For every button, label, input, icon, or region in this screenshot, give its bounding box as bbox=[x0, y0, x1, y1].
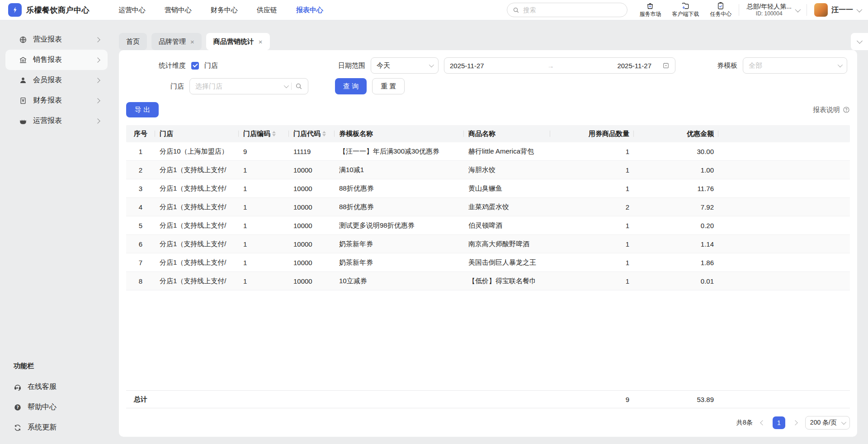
table-cell: 1 bbox=[239, 277, 289, 285]
search-input[interactable] bbox=[523, 6, 622, 14]
task-center[interactable]: 任务中心 bbox=[710, 2, 731, 18]
table-cell: 【汪一一】年后满300减30优惠券 bbox=[335, 147, 464, 156]
table-cell: 1 bbox=[239, 203, 289, 211]
nav-report-center[interactable]: 报表中心 bbox=[296, 6, 323, 14]
chevron-right-icon bbox=[95, 98, 100, 103]
page-size-select[interactable]: 200 条/页 bbox=[805, 416, 850, 430]
table-cell: 2 bbox=[126, 166, 155, 174]
org-switcher[interactable]: 总部/年轻人第... ID: 100004 bbox=[746, 3, 799, 18]
column-header-store-code[interactable]: 门店编码 bbox=[239, 125, 289, 142]
table-cell: 1 bbox=[550, 240, 634, 248]
query-button[interactable]: 查 询 bbox=[335, 78, 367, 94]
date-end-value[interactable]: 2025-11-27 bbox=[617, 62, 651, 70]
table-cell: 1 bbox=[550, 222, 634, 229]
nav-operation-center[interactable]: 运营中心 bbox=[118, 6, 146, 14]
sidebar-item-finance-report[interactable]: 财务报表 bbox=[5, 90, 108, 111]
chevron-down-icon bbox=[429, 62, 434, 67]
close-icon[interactable]: × bbox=[259, 38, 263, 45]
store-search-icon[interactable] bbox=[295, 83, 302, 90]
table-cell: 10000 bbox=[289, 185, 335, 192]
table-row: 8分店1（支持线上支付/11000010立减券【低价】得宝联名餐巾10.01 bbox=[126, 272, 850, 290]
table-cell: 7.92 bbox=[634, 203, 718, 211]
tab-product-marketing-stats[interactable]: 商品营销统计 × bbox=[206, 33, 270, 50]
chevron-down-icon bbox=[838, 62, 843, 67]
table-cell: 5 bbox=[126, 222, 155, 229]
tab-brand-management[interactable]: 品牌管理 × bbox=[151, 33, 202, 50]
tab-list-dropdown[interactable] bbox=[851, 33, 868, 50]
reset-button[interactable]: 重 置 bbox=[372, 78, 405, 94]
store-dimension-checkbox[interactable] bbox=[191, 62, 199, 70]
table-cell: 11119 bbox=[289, 148, 335, 155]
table-toolbar: 导 出 报表说明 bbox=[126, 102, 850, 117]
table-cell: 分店1（支持线上支付/ bbox=[155, 184, 239, 193]
task-center-icon bbox=[717, 2, 725, 10]
page-number-1[interactable]: 1 bbox=[773, 416, 785, 429]
service-market[interactable]: 服务市场 bbox=[639, 2, 661, 18]
page-size-value: 200 条/页 bbox=[810, 419, 837, 427]
sidebar-item-system-update[interactable]: 系统更新 bbox=[0, 417, 113, 438]
chevron-right-icon bbox=[95, 118, 100, 123]
table-cell: 1 bbox=[239, 240, 289, 248]
client-download[interactable]: 客户端下载 bbox=[672, 2, 699, 18]
sidebar-item-online-service[interactable]: 在线客服 bbox=[0, 377, 113, 397]
table-row: 6分店1（支持线上支付/110000奶茶新年券南京高大师酸野啤酒11.14 bbox=[126, 235, 850, 253]
table-cell: 满10减1 bbox=[335, 166, 464, 174]
org-id: ID: 100004 bbox=[756, 10, 783, 17]
question-circle-icon bbox=[843, 106, 850, 113]
coupon-template-select[interactable]: 全部 bbox=[743, 57, 847, 74]
table-cell: 10000 bbox=[289, 259, 335, 266]
sidebar-item-business-report[interactable]: 营业报表 bbox=[5, 29, 108, 50]
column-header-store-id[interactable]: 门店代码 bbox=[289, 125, 335, 142]
sort-icon[interactable] bbox=[272, 131, 276, 136]
table-cell: 【低价】得宝联名餐巾 bbox=[464, 277, 550, 285]
table-cell: 8 bbox=[126, 277, 155, 285]
service-market-label: 服务市场 bbox=[639, 10, 661, 18]
sidebar-item-operation-report[interactable]: 运营报表 bbox=[5, 111, 108, 131]
filter-row-2: 门店 选择门店 查 询 重 置 bbox=[126, 78, 850, 94]
nav-marketing-center[interactable]: 营销中心 bbox=[165, 6, 192, 14]
store-select[interactable]: 选择门店 bbox=[189, 78, 308, 94]
table-cell: 10000 bbox=[289, 166, 335, 174]
table-cell: 海胆水饺 bbox=[464, 166, 550, 174]
table-cell: 1.14 bbox=[634, 240, 718, 248]
date-preset-select[interactable]: 今天 bbox=[371, 57, 439, 74]
user-menu[interactable]: 汪一一 bbox=[814, 3, 861, 17]
pagination: 共8条 1 200 条/页 bbox=[126, 408, 850, 437]
topbar-divider bbox=[807, 4, 807, 16]
table-row: 1分店10（上海加盟店）911119【汪一一】年后满300减30优惠券赫行lit… bbox=[126, 142, 850, 161]
sidebar-item-help-center[interactable]: ? 帮助中心 bbox=[0, 397, 113, 417]
svg-text:?: ? bbox=[16, 405, 19, 410]
nav-finance-center[interactable]: 财务中心 bbox=[211, 6, 238, 14]
next-page-button[interactable] bbox=[790, 417, 801, 428]
store-dimension-option: 门店 bbox=[204, 61, 218, 70]
table-cell: 1 bbox=[550, 148, 634, 155]
table-row: 5分店1（支持线上支付/110000测试更多说明98折优惠券伯灵顿啤酒10.20 bbox=[126, 216, 850, 235]
dimension-label: 统计维度 bbox=[159, 61, 186, 70]
sidebar-item-sales-report[interactable]: 销售报表 bbox=[5, 50, 108, 70]
sidebar-item-member-report[interactable]: 会员报表 bbox=[5, 70, 108, 90]
tab-label: 首页 bbox=[126, 37, 140, 46]
date-start-value[interactable]: 2025-11-27 bbox=[450, 62, 484, 70]
table-cell: 10000 bbox=[289, 222, 335, 229]
close-icon[interactable]: × bbox=[190, 38, 194, 45]
nav-supply-chain[interactable]: 供应链 bbox=[257, 6, 277, 14]
user-name: 汪一一 bbox=[831, 5, 853, 15]
date-range-input[interactable]: 2025-11-27 → 2025-11-27 bbox=[444, 57, 675, 74]
date-preset-value: 今天 bbox=[377, 61, 425, 70]
table-cell: 30.00 bbox=[634, 148, 718, 155]
prev-page-button[interactable] bbox=[757, 417, 768, 428]
global-search[interactable] bbox=[507, 3, 627, 17]
quick-actions: 服务市场 客户端下载 任务中心 bbox=[639, 2, 731, 18]
table-cell: 奶茶新年券 bbox=[335, 258, 464, 267]
report-note[interactable]: 报表说明 bbox=[813, 106, 850, 114]
task-center-label: 任务中心 bbox=[710, 10, 731, 18]
chevron-down-icon bbox=[841, 419, 846, 424]
tab-home[interactable]: 首页 bbox=[119, 33, 147, 50]
client-download-label: 客户端下载 bbox=[672, 10, 699, 18]
table-cell: 1 bbox=[550, 185, 634, 192]
export-button[interactable]: 导 出 bbox=[126, 102, 159, 117]
table-cell: 9 bbox=[239, 148, 289, 155]
sort-icon[interactable] bbox=[322, 131, 326, 136]
member-icon bbox=[19, 76, 27, 84]
chevron-down-icon bbox=[284, 83, 289, 88]
